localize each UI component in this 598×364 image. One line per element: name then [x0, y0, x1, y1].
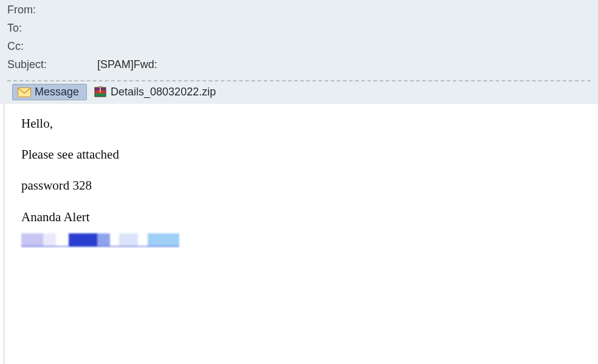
tabs-row: Message Details_08032022.zip	[7, 81, 591, 104]
message-body[interactable]: Hello, Please see attached password 328 …	[4, 104, 598, 364]
attachment-item[interactable]: Details_08032022.zip	[91, 84, 222, 100]
header-row-from: From:	[7, 4, 591, 22]
zip-archive-icon	[94, 86, 107, 98]
attachment-filename: Details_08032022.zip	[111, 86, 216, 98]
cc-label: Cc:	[7, 40, 97, 53]
body-line-4: Ananda Alert	[21, 210, 583, 225]
subject-label: Subject:	[7, 58, 97, 71]
email-header: From: To: Cc: Subject: [SPAM]Fwd: Messag…	[0, 0, 598, 104]
body-line-1: Hello,	[21, 116, 583, 131]
header-row-cc: Cc:	[7, 40, 591, 58]
to-label: To:	[7, 22, 97, 35]
envelope-icon	[18, 88, 31, 97]
tab-message-label: Message	[35, 86, 79, 98]
header-row-subject: Subject: [SPAM]Fwd:	[7, 58, 591, 77]
svg-rect-5	[99, 86, 101, 89]
subject-value: [SPAM]Fwd:	[97, 58, 157, 71]
tab-message[interactable]: Message	[12, 84, 87, 100]
header-row-to: To:	[7, 22, 591, 40]
message-body-text: Hello, Please see attached password 328 …	[21, 116, 583, 247]
body-line-2: Please see attached	[21, 147, 583, 162]
body-line-3: password 328	[21, 178, 583, 193]
from-label: From:	[7, 4, 97, 16]
svg-rect-3	[95, 94, 106, 97]
redacted-signature	[21, 233, 179, 247]
